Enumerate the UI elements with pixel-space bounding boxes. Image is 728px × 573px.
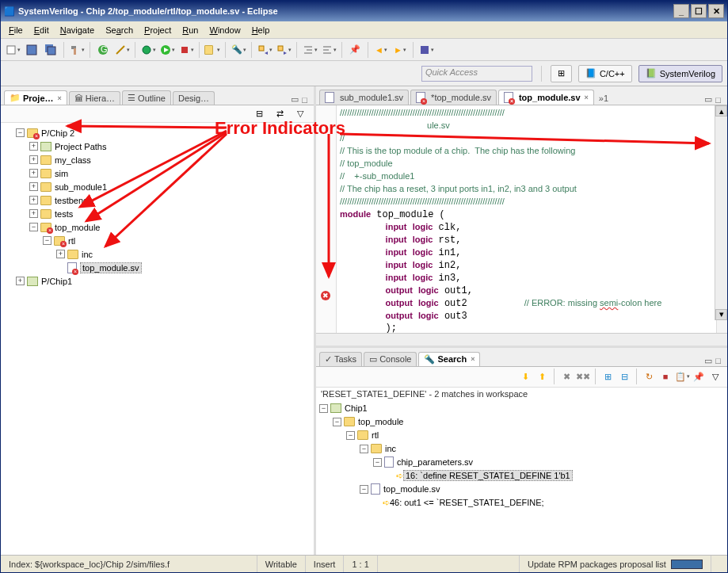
prev-annotation-button[interactable]: ▾ bbox=[256, 41, 273, 59]
tree-sim[interactable]: +sim bbox=[2, 166, 312, 180]
search-node-rtl[interactable]: −rtl bbox=[319, 429, 724, 442]
indent-left-button[interactable]: ▾ bbox=[301, 41, 318, 59]
collapse-all-button[interactable]: ⊟ bbox=[617, 369, 631, 384]
ext-tools-button[interactable]: ▾ bbox=[177, 41, 195, 59]
view-menu-button[interactable]: ▽ bbox=[292, 105, 309, 123]
tree-rtl[interactable]: −rtl bbox=[2, 234, 312, 247]
bottom-maximize-icon[interactable]: □ bbox=[715, 356, 721, 365]
pin-search-button[interactable]: 📌 bbox=[692, 369, 706, 384]
next-match-button[interactable]: ⬇ bbox=[518, 369, 532, 384]
menu-navigate[interactable]: Navigate bbox=[55, 24, 99, 36]
maximize-button[interactable]: ☐ bbox=[691, 4, 707, 18]
minimize-button[interactable]: _ bbox=[673, 4, 689, 18]
editor-tab-overflow[interactable]: »1 bbox=[596, 92, 612, 105]
tab-project[interactable]: 📁 Proje…× bbox=[4, 90, 67, 105]
search-match-line16[interactable]: ➪ 16: `define RESET_STATE1_DEFINE 1'b1 bbox=[319, 469, 724, 483]
vertical-scrollbar[interactable]: ▴ ▾ bbox=[715, 105, 727, 320]
folder-button[interactable]: ▾ bbox=[204, 41, 221, 59]
svg-rect-0 bbox=[7, 46, 15, 54]
bottom-minimize-icon[interactable]: ▭ bbox=[704, 356, 712, 366]
tree-my-class[interactable]: +my_class bbox=[2, 153, 312, 166]
tab-tasks[interactable]: ✓ Tasks bbox=[319, 352, 362, 366]
tree-inc[interactable]: +inc bbox=[2, 247, 312, 261]
remove-all-button[interactable]: ✖✖ bbox=[576, 369, 590, 384]
search-match-line46[interactable]: ➪ 46: out1 <= `RESET_STATE1_DEFINE; bbox=[319, 496, 724, 510]
tree-top-module[interactable]: −top_module bbox=[2, 220, 312, 234]
save-button[interactable] bbox=[23, 41, 40, 59]
expand-all-button[interactable]: ⊞ bbox=[600, 369, 615, 384]
run-search-button[interactable]: ↻ bbox=[642, 369, 656, 384]
remove-match-button[interactable]: ✖ bbox=[559, 369, 574, 384]
tab-hierarchy[interactable]: 🏛 Hiera… bbox=[69, 91, 120, 105]
close-button[interactable]: ✕ bbox=[708, 4, 724, 18]
open-perspective-button[interactable]: ⊞ bbox=[551, 65, 572, 82]
tree-project-paths[interactable]: +Project Paths bbox=[2, 139, 312, 153]
save-all-button[interactable] bbox=[42, 41, 59, 59]
editor-tab-sub-module1[interactable]: sub_module1.sv bbox=[319, 90, 409, 105]
editor-minimize-icon[interactable]: ▭ bbox=[704, 94, 712, 105]
tab-design[interactable]: Desig… bbox=[173, 91, 215, 105]
run-button[interactable]: ▾ bbox=[158, 41, 176, 59]
tab-console[interactable]: ▭ Console bbox=[364, 352, 417, 366]
search-results-tree[interactable]: −Chip1 −top_module −rtl −inc −chip_param… bbox=[316, 400, 727, 555]
menu-search[interactable]: Search bbox=[101, 24, 138, 36]
svg-rect-12 bbox=[181, 47, 188, 53]
menu-project[interactable]: Project bbox=[139, 24, 176, 36]
search-button[interactable]: 🔦▾ bbox=[230, 41, 247, 59]
menu-help[interactable]: Help bbox=[247, 24, 275, 36]
horizontal-scrollbar[interactable] bbox=[316, 333, 727, 346]
maximize-view-icon[interactable]: □ bbox=[302, 95, 307, 105]
editor-tab-top-module[interactable]: top_module.sv × bbox=[498, 90, 594, 105]
stop-button[interactable]: ▾ bbox=[417, 41, 435, 59]
new-button[interactable]: ▾ bbox=[4, 41, 21, 59]
minimize-view-icon[interactable]: ▭ bbox=[291, 94, 299, 105]
debug-button[interactable]: ▾ bbox=[139, 41, 157, 59]
menu-window[interactable]: Window bbox=[204, 24, 245, 36]
code-editor[interactable]: ////////////////////////////////////////… bbox=[337, 105, 716, 333]
indent-right-button[interactable]: ▾ bbox=[320, 41, 337, 59]
status-index: Index: ${workspace_loc}/Chip 2/sim/files… bbox=[1, 556, 226, 572]
wand-button[interactable]: ▾ bbox=[113, 41, 131, 59]
hammer-button[interactable]: ▾ bbox=[68, 41, 86, 59]
next-annotation-button[interactable]: ▾ bbox=[275, 41, 292, 59]
cancel-search-button[interactable]: ■ bbox=[658, 369, 673, 384]
menu-run[interactable]: Run bbox=[177, 24, 203, 36]
tree-sub-module1[interactable]: +sub_module1 bbox=[2, 180, 312, 193]
quick-access-input[interactable]: Quick Access bbox=[421, 66, 532, 82]
perspective-systemverilog[interactable]: 📗 SystemVerilog bbox=[638, 65, 722, 82]
search-node-inc[interactable]: −inc bbox=[319, 442, 724, 456]
tree-project-chip2[interactable]: −P/Chip 2 bbox=[2, 126, 312, 139]
history-button[interactable]: 📋▾ bbox=[675, 369, 689, 384]
tree-top-module-sv[interactable]: top_module.sv bbox=[2, 261, 312, 274]
status-update-rpm[interactable]: Update RPM packages proposal list bbox=[520, 556, 711, 572]
menu-edit[interactable]: Edit bbox=[29, 24, 54, 36]
title-bar: 🟦 SystemVerilog - Chip 2/top_module/rtl/… bbox=[1, 1, 727, 21]
project-tree[interactable]: −P/Chip 2 +Project Paths +my_class +sim … bbox=[1, 123, 314, 555]
editor-tab-top-module-dirty[interactable]: *top_module.sv bbox=[410, 90, 497, 105]
search-node-chip-parameters[interactable]: −chip_parameters.sv bbox=[319, 456, 724, 469]
prev-match-button[interactable]: ⬆ bbox=[535, 369, 549, 384]
editor-maximize-icon[interactable]: □ bbox=[715, 95, 721, 105]
back-button[interactable]: ◄▾ bbox=[372, 41, 390, 59]
search-menu-button[interactable]: ▽ bbox=[708, 369, 722, 384]
status-writable: Writable bbox=[257, 556, 306, 572]
forward-button[interactable]: ►▾ bbox=[391, 41, 409, 59]
go-button[interactable]: G bbox=[94, 41, 112, 59]
left-panel: 📁 Proje…× 🏛 Hiera… ☰ Outline Desig… ▭ □ … bbox=[1, 86, 316, 555]
tree-testbench[interactable]: +testbench bbox=[2, 193, 312, 207]
search-node-top-module-sv[interactable]: −top_module.sv bbox=[319, 483, 724, 496]
editor-area: sub_module1.sv *top_module.sv top_module… bbox=[316, 86, 727, 348]
collapse-all-button[interactable]: ⊟ bbox=[250, 105, 268, 123]
search-node-chip1[interactable]: −Chip1 bbox=[319, 402, 724, 415]
search-node-top-module[interactable]: −top_module bbox=[319, 415, 724, 429]
tab-outline[interactable]: ☰ Outline bbox=[122, 90, 171, 105]
pin-button[interactable]: 📌 bbox=[346, 41, 364, 59]
svg-rect-15 bbox=[278, 46, 283, 51]
tree-tests[interactable]: +tests bbox=[2, 207, 312, 220]
tree-project-chip1[interactable]: +P/Chip1 bbox=[2, 274, 312, 288]
link-editor-button[interactable]: ⇄ bbox=[271, 105, 288, 123]
tab-search[interactable]: 🔦 Search× bbox=[418, 352, 480, 366]
perspective-ccpp[interactable]: 📘 C/C++ bbox=[578, 65, 632, 82]
error-marker-icon[interactable]: ✖ bbox=[321, 291, 330, 300]
menu-file[interactable]: File bbox=[4, 24, 28, 36]
